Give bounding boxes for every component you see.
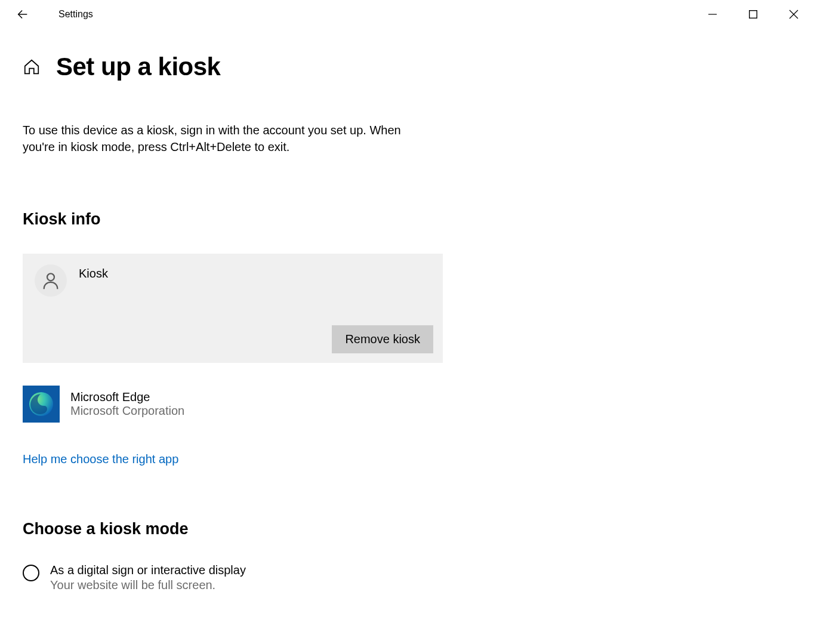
svg-point-5 xyxy=(47,273,54,281)
minimize-button[interactable] xyxy=(692,0,733,29)
home-icon xyxy=(23,58,41,76)
page-header: Set up a kiosk xyxy=(23,53,791,81)
app-info: Microsoft Edge Microsoft Corporation xyxy=(70,390,184,418)
maximize-icon xyxy=(749,10,757,19)
close-icon xyxy=(789,10,798,19)
app-name: Microsoft Edge xyxy=(70,390,184,404)
home-button[interactable] xyxy=(23,58,41,76)
app-publisher: Microsoft Corporation xyxy=(70,404,184,418)
kiosk-card-header: Kiosk xyxy=(32,263,433,298)
kiosk-app-row[interactable]: Microsoft Edge Microsoft Corporation xyxy=(23,386,791,423)
person-icon xyxy=(41,270,61,291)
page-description: To use this device as a kiosk, sign in w… xyxy=(23,122,428,155)
content-area: Set up a kiosk To use this device as a k… xyxy=(0,29,814,592)
close-button[interactable] xyxy=(773,0,814,29)
remove-kiosk-button[interactable]: Remove kiosk xyxy=(332,325,433,353)
choose-mode-heading: Choose a kiosk mode xyxy=(23,520,791,538)
window-controls xyxy=(692,0,814,29)
kiosk-account-card[interactable]: Kiosk Remove kiosk xyxy=(23,254,443,363)
radio-icon xyxy=(23,565,39,581)
page-title: Set up a kiosk xyxy=(56,53,220,81)
help-link[interactable]: Help me choose the right app xyxy=(23,452,178,466)
radio-text: As a digital sign or interactive display… xyxy=(50,563,246,592)
avatar xyxy=(35,264,67,297)
titlebar: Settings xyxy=(0,0,814,29)
app-icon xyxy=(23,386,60,423)
radio-label: As a digital sign or interactive display xyxy=(50,563,246,577)
radio-option-digital-sign[interactable]: As a digital sign or interactive display… xyxy=(23,563,791,592)
back-arrow-icon xyxy=(16,8,29,21)
kiosk-card-actions: Remove kiosk xyxy=(32,325,433,353)
svg-rect-2 xyxy=(750,11,757,19)
maximize-button[interactable] xyxy=(733,0,773,29)
edge-icon xyxy=(26,389,56,419)
kiosk-info-heading: Kiosk info xyxy=(23,210,791,229)
radio-sublabel: Your website will be full screen. xyxy=(50,578,246,592)
kiosk-account-name: Kiosk xyxy=(79,264,108,281)
minimize-icon xyxy=(708,10,717,19)
back-button[interactable] xyxy=(11,2,35,26)
window-title: Settings xyxy=(58,9,93,20)
